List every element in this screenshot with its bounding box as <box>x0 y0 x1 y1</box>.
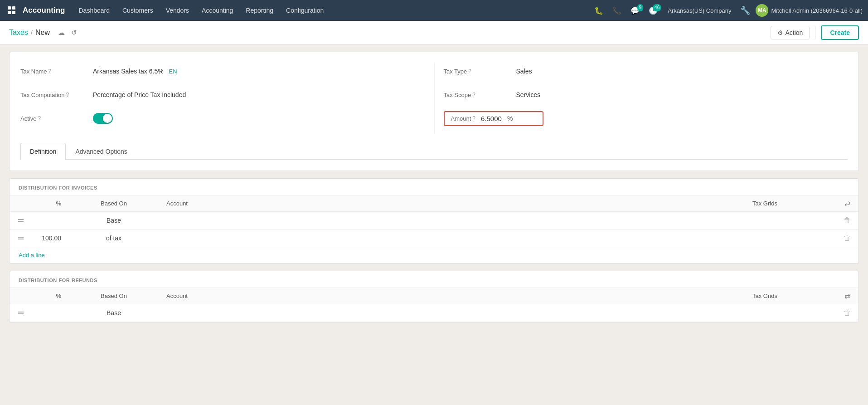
th-account-invoices: Account <box>159 195 745 212</box>
user-name: Mitchell Admin (20366964-16-0-all) <box>771 7 863 14</box>
th-percent-refunds: % <box>32 288 68 304</box>
nav-vendors[interactable]: Vendors <box>160 0 195 21</box>
delete-cell-2: 🗑 <box>836 229 858 247</box>
tax-scope-row: Tax Scope ? Services <box>444 87 848 103</box>
distribution-refunds-title: DISTRIBUTION FOR REFUNDS <box>10 271 858 288</box>
transfer-icon-refunds[interactable]: ⇄ <box>844 292 850 300</box>
form-right-column: Tax Type ? Sales Tax Scope ? Services <box>434 63 848 134</box>
th-basedon-refunds: Based On <box>68 288 159 304</box>
action-button[interactable]: ⚙ Action <box>771 26 810 39</box>
add-line-invoices[interactable]: Add a line <box>10 247 54 263</box>
app-grid-icon[interactable] <box>5 4 18 17</box>
tax-scope-value: Services <box>516 91 848 98</box>
page-header: Taxes / New ☁ ↺ ⚙ Action Create <box>0 21 868 44</box>
active-label: Active ? <box>20 115 93 122</box>
user-menu[interactable]: MA Mitchell Admin (20366964-16-0-all) <box>756 4 863 17</box>
drag-handle-cell <box>10 212 32 229</box>
taxgrids-cell-1 <box>745 212 836 229</box>
nav-right-icons: 🐛 📞 💬 9 🕐 46 Arkansas(US) Company 🔧 MA M… <box>592 3 863 18</box>
active-row: Active ? <box>20 110 416 127</box>
tab-advanced-options[interactable]: Advanced Options <box>66 143 136 160</box>
company-name: Arkansas(US) Company <box>664 7 735 14</box>
drag-handle[interactable] <box>17 219 25 222</box>
percent-cell-refunds-1 <box>32 304 68 322</box>
taxgrids-cell-refunds-1 <box>745 304 836 322</box>
th-account-refunds: Account <box>159 288 745 304</box>
nav-accounting[interactable]: Accounting <box>195 0 239 21</box>
table-row: Base 🗑 <box>10 212 858 229</box>
tax-type-help[interactable]: ? <box>468 68 471 74</box>
vertical-divider <box>815 26 815 39</box>
drag-handle-cell-2 <box>10 229 32 247</box>
wrench-icon[interactable]: 🔧 <box>738 4 752 17</box>
account-cell-2 <box>159 229 745 247</box>
svg-rect-2 <box>8 11 11 14</box>
delete-cell-refunds-1: 🗑 <box>836 304 858 322</box>
tax-type-value: Sales <box>516 68 848 75</box>
percent-cell-1 <box>32 212 68 229</box>
tax-name-row: Tax Name ? Arkansas Sales tax 6.5% EN <box>20 63 416 79</box>
breadcrumb-parent[interactable]: Taxes <box>9 29 28 37</box>
transfer-icon[interactable]: ⇄ <box>844 200 850 207</box>
nav-customers[interactable]: Customers <box>116 0 160 21</box>
create-button[interactable]: Create <box>821 25 859 40</box>
delete-row-refunds-1[interactable]: 🗑 <box>843 309 851 317</box>
table-row: 100.00 of tax 🗑 <box>10 229 858 247</box>
taxgrids-cell-2 <box>745 229 836 247</box>
tax-name-value: Arkansas Sales tax 6.5% EN <box>93 68 416 75</box>
messages-badge: 9 <box>637 4 644 11</box>
active-toggle[interactable] <box>93 113 113 124</box>
breadcrumb-current: New <box>35 29 50 37</box>
discard-icon[interactable]: ↺ <box>69 28 79 38</box>
nav-dashboard[interactable]: Dashboard <box>73 0 116 21</box>
drag-handle-refunds[interactable] <box>17 312 25 314</box>
tax-form-card: Tax Name ? Arkansas Sales tax 6.5% EN Ta… <box>9 52 859 171</box>
amount-unit: % <box>507 115 513 122</box>
amount-label: Amount ? <box>451 115 476 122</box>
th-drag-refunds <box>10 288 32 304</box>
save-manually-icon[interactable]: ☁ <box>56 28 67 38</box>
amount-row: Amount ? 6.5000 % <box>444 110 848 127</box>
phone-icon[interactable]: 📞 <box>610 3 624 18</box>
main-content: Tax Name ? Arkansas Sales tax 6.5% EN Ta… <box>0 44 868 337</box>
clock-icon-wrapper[interactable]: 🕐 46 <box>646 3 660 18</box>
top-navigation: Accounting Dashboard Customers Vendors A… <box>0 0 868 21</box>
th-taxgrids-invoices: Tax Grids <box>745 195 836 212</box>
svg-rect-3 <box>12 11 15 14</box>
th-transfer-invoices: ⇄ <box>836 195 858 212</box>
form-grid: Tax Name ? Arkansas Sales tax 6.5% EN Ta… <box>20 63 848 134</box>
breadcrumb-icons: ☁ ↺ <box>56 28 79 38</box>
tax-computation-label: Tax Computation ? <box>20 92 93 98</box>
distribution-invoices-section: DISTRIBUTION FOR INVOICES % Based On Acc… <box>9 178 859 263</box>
tax-name-help[interactable]: ? <box>48 68 52 74</box>
form-left-column: Tax Name ? Arkansas Sales tax 6.5% EN Ta… <box>20 63 434 134</box>
action-button-label: Action <box>785 29 803 36</box>
nav-reporting[interactable]: Reporting <box>239 0 280 21</box>
language-indicator[interactable]: EN <box>169 68 177 75</box>
th-basedon-invoices: Based On <box>68 195 159 212</box>
tax-computation-help[interactable]: ? <box>66 92 69 98</box>
tax-scope-help[interactable]: ? <box>472 92 475 98</box>
tax-type-label: Tax Type ? <box>444 68 516 75</box>
bug-icon[interactable]: 🐛 <box>592 3 606 18</box>
active-help[interactable]: ? <box>38 115 41 122</box>
svg-rect-1 <box>12 6 15 10</box>
amount-help[interactable]: ? <box>472 115 475 122</box>
amount-value[interactable]: 6.5000 <box>481 115 502 122</box>
distribution-invoices-title: DISTRIBUTION FOR INVOICES <box>10 179 858 195</box>
drag-handle-2[interactable] <box>17 237 25 239</box>
tax-computation-value: Percentage of Price Tax Included <box>93 91 416 98</box>
avatar: MA <box>756 4 768 17</box>
refunds-table-header: % Based On Account Tax Grids ⇄ <box>10 288 858 304</box>
delete-row-2[interactable]: 🗑 <box>843 234 851 242</box>
distribution-refunds-table: % Based On Account Tax Grids ⇄ <box>10 288 858 322</box>
tax-name-label: Tax Name ? <box>20 68 93 75</box>
distribution-refunds-section: DISTRIBUTION FOR REFUNDS % Based On Acco… <box>9 271 859 322</box>
account-cell-1 <box>159 212 745 229</box>
amount-box: Amount ? 6.5000 % <box>444 111 543 126</box>
delete-row-1[interactable]: 🗑 <box>843 216 851 224</box>
th-taxgrids-refunds: Tax Grids <box>745 288 836 304</box>
nav-configuration[interactable]: Configuration <box>280 0 330 21</box>
messages-icon-wrapper[interactable]: 💬 9 <box>628 3 642 18</box>
tab-definition[interactable]: Definition <box>20 143 66 160</box>
